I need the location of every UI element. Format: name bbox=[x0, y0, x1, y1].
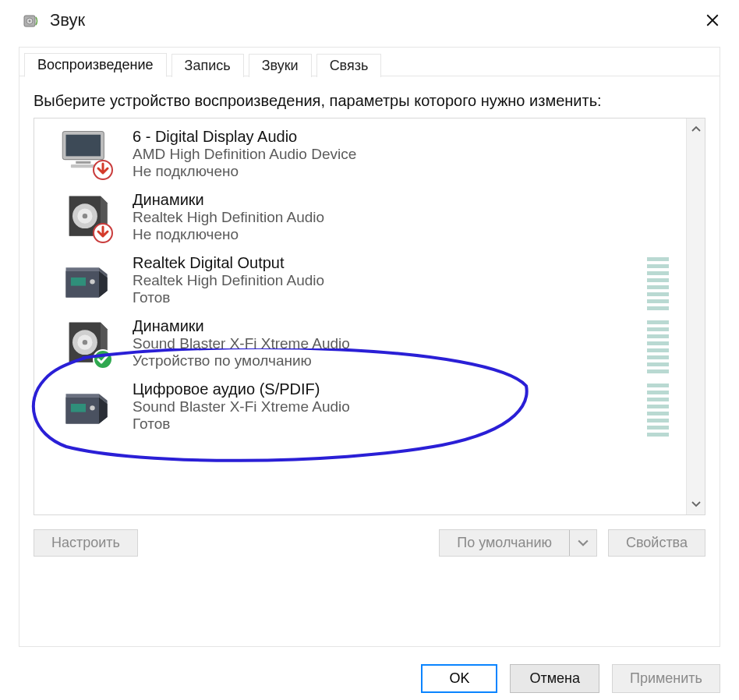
svg-rect-16 bbox=[66, 267, 100, 270]
speaker-icon bbox=[59, 317, 117, 367]
svg-rect-25 bbox=[66, 394, 100, 397]
svg-point-24 bbox=[90, 405, 94, 410]
tab-communications[interactable]: Связь bbox=[316, 54, 382, 77]
device-description: AMD High Definition Audio Device bbox=[133, 146, 356, 163]
disconnected-badge-icon bbox=[92, 159, 114, 181]
svg-point-2 bbox=[29, 20, 31, 23]
device-status: Устройство по умолчанию bbox=[133, 352, 350, 369]
scroll-down-arrow[interactable] bbox=[687, 494, 705, 514]
instruction-text: Выберите устройство воспроизведения, пар… bbox=[34, 90, 705, 111]
digital-box-icon bbox=[59, 380, 117, 430]
device-status: Не подключено bbox=[133, 226, 324, 243]
device-row[interactable]: Динамики Realtek High Definition Audio Н… bbox=[39, 186, 684, 249]
tab-recording[interactable]: Запись bbox=[171, 54, 244, 77]
svg-point-15 bbox=[90, 279, 94, 284]
digital-box-icon bbox=[59, 254, 117, 304]
close-button[interactable] bbox=[697, 5, 728, 36]
volume-meter bbox=[647, 384, 669, 437]
device-status: Не подключено bbox=[133, 163, 356, 180]
device-description: Realtek High Definition Audio bbox=[133, 272, 324, 289]
device-row[interactable]: 6 - Digital Display Audio AMD High Defin… bbox=[39, 123, 684, 186]
device-description: Sound Blaster X-Fi Xtreme Audio bbox=[133, 398, 350, 415]
svg-rect-14 bbox=[71, 278, 86, 286]
speaker-icon bbox=[59, 191, 117, 241]
cancel-button[interactable]: Отмена bbox=[510, 664, 599, 693]
device-description: Realtek High Definition Audio bbox=[133, 209, 324, 226]
svg-rect-23 bbox=[71, 404, 86, 412]
volume-meter bbox=[647, 257, 669, 310]
device-row[interactable]: Цифровое аудио (S/PDIF) Sound Blaster X-… bbox=[39, 376, 684, 439]
properties-button[interactable]: Свойства bbox=[608, 529, 705, 557]
svg-point-11 bbox=[83, 214, 87, 218]
scrollbar[interactable] bbox=[686, 118, 705, 514]
disconnected-badge-icon bbox=[92, 222, 114, 244]
device-status: Готов bbox=[133, 415, 350, 433]
device-name: 6 - Digital Display Audio bbox=[133, 128, 356, 146]
device-row[interactable]: Realtek Digital Output Realtek High Defi… bbox=[39, 249, 684, 313]
tab-playback[interactable]: Воспроизведение bbox=[24, 53, 167, 77]
dropdown-caret-icon bbox=[570, 530, 596, 556]
device-name: Динамики bbox=[133, 317, 350, 335]
device-status: Готов bbox=[133, 289, 324, 306]
configure-button[interactable]: Настроить bbox=[34, 529, 138, 557]
ok-button[interactable]: OK bbox=[421, 664, 497, 693]
device-description: Sound Blaster X-Fi Xtreme Audio bbox=[133, 335, 350, 352]
device-name: Цифровое аудио (S/PDIF) bbox=[133, 380, 350, 398]
svg-rect-5 bbox=[76, 161, 90, 164]
svg-rect-4 bbox=[66, 135, 101, 157]
tab-sounds[interactable]: Звуки bbox=[249, 54, 312, 77]
svg-point-20 bbox=[83, 340, 87, 345]
device-list[interactable]: 6 - Digital Display Audio AMD High Defin… bbox=[34, 118, 686, 514]
volume-meter bbox=[647, 320, 669, 373]
set-default-label: По умолчанию bbox=[440, 530, 570, 556]
device-row[interactable]: Динамики Sound Blaster X-Fi Xtreme Audio… bbox=[39, 313, 684, 376]
device-name: Динамики bbox=[133, 191, 324, 209]
window-title: Звук bbox=[50, 10, 85, 30]
sound-app-icon bbox=[22, 11, 41, 30]
device-name: Realtek Digital Output bbox=[133, 254, 324, 272]
scroll-up-arrow[interactable] bbox=[687, 118, 705, 139]
apply-button[interactable]: Применить bbox=[612, 664, 720, 693]
monitor-icon bbox=[59, 128, 117, 178]
set-default-button[interactable]: По умолчанию bbox=[439, 529, 597, 557]
default-badge-icon bbox=[92, 348, 114, 370]
